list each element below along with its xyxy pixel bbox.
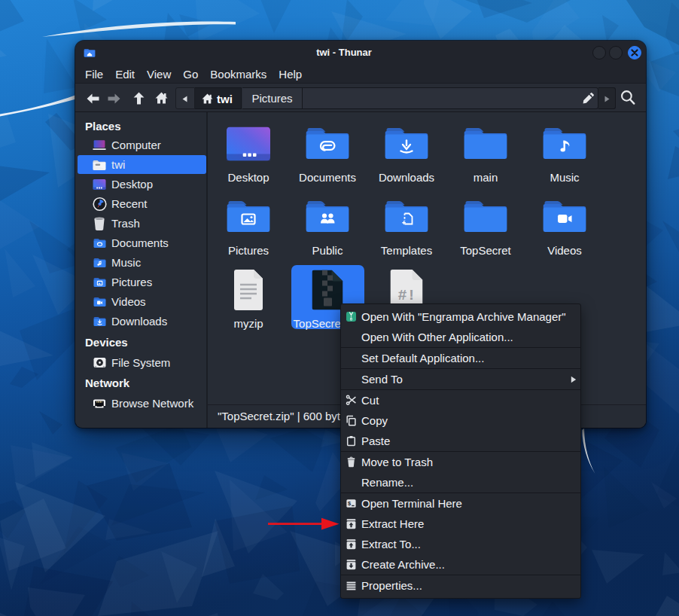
svg-text:#!: #!	[398, 287, 416, 304]
